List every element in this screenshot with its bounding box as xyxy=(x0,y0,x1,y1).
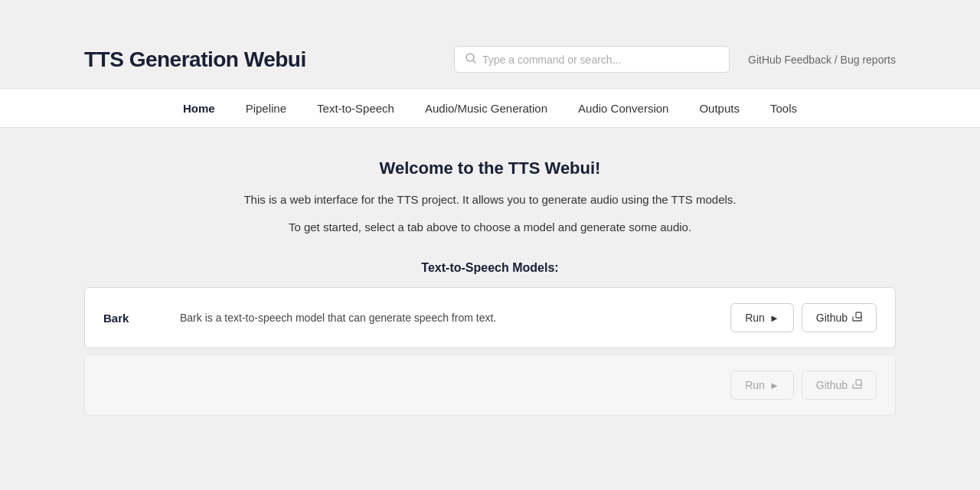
models-section: Text-to-Speech Models: Bark Bark is a te… xyxy=(84,261,896,416)
welcome-title: Welcome to the TTS Webui! xyxy=(84,158,896,178)
search-bar[interactable] xyxy=(454,46,730,73)
github-model2-button[interactable]: Github xyxy=(802,371,877,400)
svg-line-1 xyxy=(473,60,475,63)
run-arrow2-icon: ► xyxy=(769,380,779,391)
app-title: TTS Generation Webui xyxy=(84,47,306,72)
nav-item-audio-music[interactable]: Audio/Music Generation xyxy=(410,91,563,126)
welcome-section: Welcome to the TTS Webui! This is a web … xyxy=(84,158,896,237)
header-right: GitHub Feedback / Bug reports xyxy=(454,46,896,73)
model-card-2: Run ► Github xyxy=(84,354,896,416)
page-wrapper: TTS Generation Webui GitHub Feedback / B… xyxy=(0,0,980,490)
model-card-bark: Bark Bark is a text-to-speech model that… xyxy=(84,287,896,348)
header: TTS Generation Webui GitHub Feedback / B… xyxy=(0,0,980,88)
nav-item-tools[interactable]: Tools xyxy=(755,91,812,126)
run-model2-label: Run xyxy=(745,379,765,391)
model-desc-2 xyxy=(180,377,715,394)
github-model2-label: Github xyxy=(816,379,848,391)
models-title: Text-to-Speech Models: xyxy=(84,261,896,275)
navbar: Home Pipeline Text-to-Speech Audio/Music… xyxy=(0,88,980,128)
github-feedback-link[interactable]: GitHub Feedback / Bug reports xyxy=(748,54,896,66)
search-icon xyxy=(466,53,476,66)
external-link2-icon xyxy=(852,379,862,391)
model-desc-bark: Bark is a text-to-speech model that can … xyxy=(180,310,715,326)
run-model2-button[interactable]: Run ► xyxy=(730,371,794,400)
run-bark-label: Run xyxy=(745,312,765,324)
nav-item-pipeline[interactable]: Pipeline xyxy=(230,91,302,126)
model-name-bark: Bark xyxy=(103,312,165,325)
svg-rect-3 xyxy=(856,380,861,385)
run-bark-button[interactable]: Run ► xyxy=(730,303,794,332)
github-bark-button[interactable]: Github xyxy=(802,303,877,332)
nav-item-tts[interactable]: Text-to-Speech xyxy=(302,91,410,126)
nav-item-home[interactable]: Home xyxy=(168,91,230,126)
model-actions-2: Run ► Github xyxy=(730,371,877,400)
welcome-desc2: To get started, select a tab above to ch… xyxy=(84,218,896,237)
run-arrow-icon: ► xyxy=(769,312,779,324)
svg-rect-2 xyxy=(856,312,861,318)
model-actions-bark: Run ► Github xyxy=(730,303,877,332)
nav-item-audio-conversion[interactable]: Audio Conversion xyxy=(563,91,684,126)
search-input[interactable] xyxy=(482,54,718,66)
welcome-desc1: This is a web interface for the TTS proj… xyxy=(84,191,896,209)
external-link-icon xyxy=(852,312,862,324)
github-bark-label: Github xyxy=(816,312,848,324)
model-name-2 xyxy=(103,379,165,392)
main-content: Welcome to the TTS Webui! This is a web … xyxy=(0,128,980,452)
nav-item-outputs[interactable]: Outputs xyxy=(684,91,755,126)
